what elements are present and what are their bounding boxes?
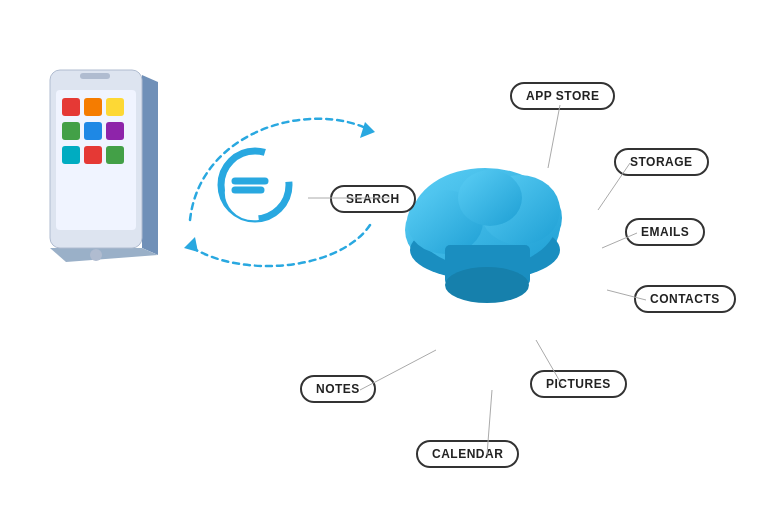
svg-point-5 bbox=[90, 249, 102, 261]
contacts-label: CONTACTS bbox=[634, 285, 736, 313]
cloud-illustration bbox=[390, 150, 590, 310]
e-logo bbox=[210, 140, 300, 230]
emails-label: EMAILS bbox=[625, 218, 705, 246]
svg-marker-1 bbox=[50, 248, 158, 262]
svg-rect-14 bbox=[106, 146, 124, 164]
search-label: SEARCH bbox=[330, 185, 416, 213]
svg-rect-8 bbox=[106, 98, 124, 116]
cloud-svg bbox=[390, 150, 590, 320]
pictures-label: PICTURES bbox=[530, 370, 627, 398]
app-store-label: APP STORE bbox=[510, 82, 615, 110]
diagram-scene: APP STORE SEARCH STORAGE EMAILS CONTACTS… bbox=[0, 0, 768, 510]
svg-marker-0 bbox=[142, 75, 158, 255]
svg-rect-7 bbox=[84, 98, 102, 116]
svg-rect-4 bbox=[80, 73, 110, 79]
svg-point-28 bbox=[458, 170, 522, 226]
phone-svg bbox=[30, 40, 180, 300]
svg-rect-6 bbox=[62, 98, 80, 116]
svg-rect-12 bbox=[62, 146, 80, 164]
svg-point-30 bbox=[445, 267, 529, 303]
svg-marker-15 bbox=[360, 122, 375, 138]
svg-rect-9 bbox=[62, 122, 80, 140]
phone-illustration bbox=[30, 40, 190, 280]
svg-rect-10 bbox=[84, 122, 102, 140]
notes-label: NOTES bbox=[300, 375, 376, 403]
svg-rect-11 bbox=[106, 122, 124, 140]
calendar-label: CALENDAR bbox=[416, 440, 519, 468]
svg-rect-13 bbox=[84, 146, 102, 164]
storage-label: STORAGE bbox=[614, 148, 709, 176]
